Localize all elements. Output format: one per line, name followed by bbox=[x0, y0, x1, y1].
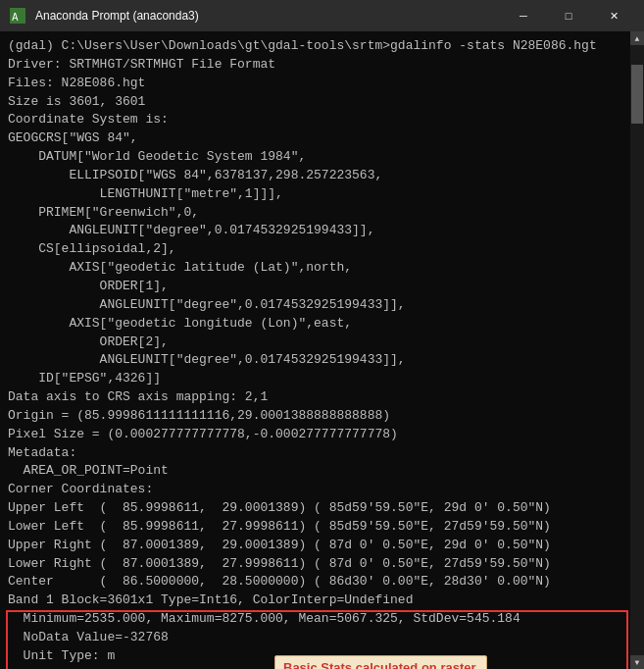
close-button[interactable]: ✕ bbox=[591, 0, 636, 31]
annotation-label: Basic Stats calculated on raster. bbox=[274, 655, 487, 669]
terminal-output: (gdal) C:\Users\User\Downloads\gt\gdal-t… bbox=[0, 31, 630, 669]
title-bar: A Anaconda Prompt (anaconda3) ─ □ ✕ bbox=[0, 0, 644, 31]
maximize-button[interactable]: □ bbox=[546, 0, 591, 31]
scroll-down-button[interactable]: ▼ bbox=[630, 655, 644, 669]
app-icon: A bbox=[8, 6, 27, 26]
minimize-button[interactable]: ─ bbox=[501, 0, 546, 31]
window-title: Anaconda Prompt (anaconda3) bbox=[35, 9, 501, 23]
scrollbar-thumb[interactable] bbox=[631, 65, 643, 124]
scroll-up-button[interactable]: ▲ bbox=[630, 31, 644, 45]
terminal-window: (gdal) C:\Users\User\Downloads\gt\gdal-t… bbox=[0, 31, 644, 669]
scrollbar[interactable]: ▲ ▼ bbox=[630, 31, 644, 669]
window-controls: ─ □ ✕ bbox=[501, 0, 636, 31]
svg-text:A: A bbox=[12, 11, 19, 24]
